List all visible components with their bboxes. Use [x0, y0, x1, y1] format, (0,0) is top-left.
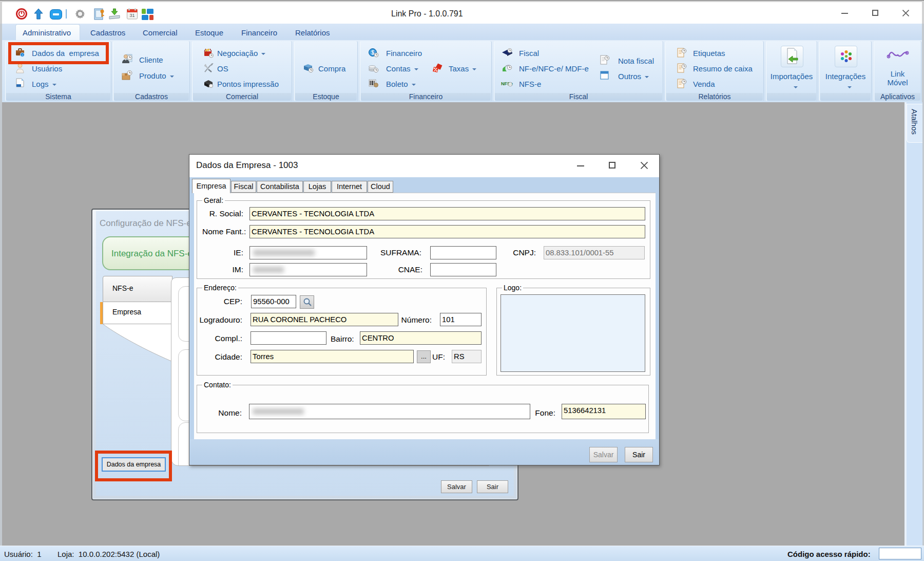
svg-text:$: $ — [371, 50, 374, 55]
svg-text:31: 31 — [129, 13, 134, 18]
